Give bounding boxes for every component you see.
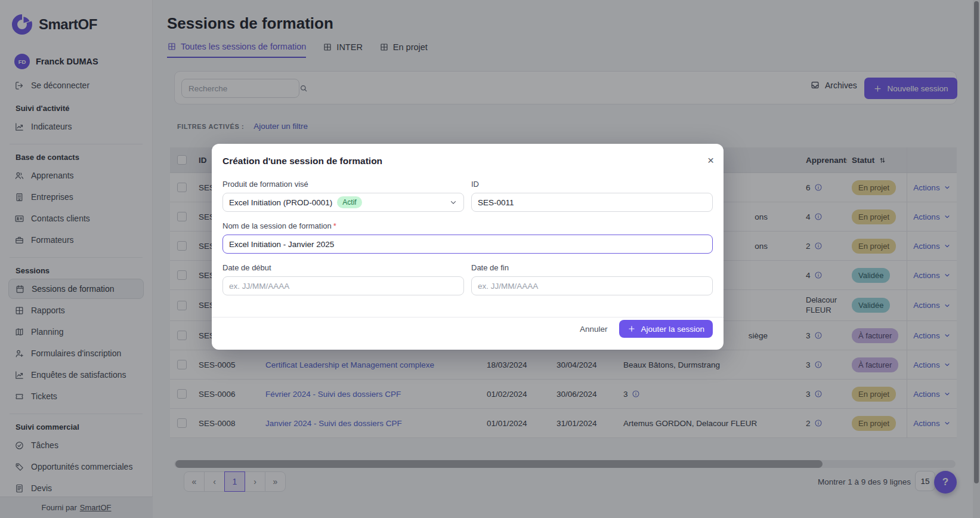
chevron-down-icon — [449, 198, 457, 206]
name-field: Nom de la session de formation* — [222, 221, 713, 254]
name-label: Nom de la session de formation* — [222, 221, 713, 230]
start-date-label: Date de début — [222, 263, 464, 272]
cancel-button[interactable]: Annuler — [580, 325, 608, 334]
modal-title: Création d'une session de formation — [222, 156, 713, 166]
required-asterisk: * — [333, 221, 336, 230]
end-date-field: Date de fin — [471, 263, 713, 295]
product-label: Produit de formation visé — [222, 180, 464, 189]
end-date-label: Date de fin — [471, 263, 713, 272]
start-date-field: Date de début — [222, 263, 464, 295]
create-session-modal: Création d'une session de formation × Pr… — [212, 144, 724, 350]
close-icon[interactable]: × — [707, 155, 714, 166]
product-value: Excel Initiation (PROD-0001) — [229, 198, 332, 207]
end-date-input[interactable] — [471, 276, 713, 295]
id-label: ID — [471, 180, 713, 189]
product-field: Produit de formation visé Excel Initiati… — [222, 180, 464, 212]
product-select[interactable]: Excel Initiation (PROD-0001) Actif — [222, 193, 464, 212]
actif-badge: Actif — [337, 196, 361, 208]
id-field: ID — [471, 180, 713, 212]
add-session-label: Ajouter la session — [641, 325, 704, 334]
modal-divider — [212, 317, 724, 317]
add-session-button[interactable]: Ajouter la session — [619, 320, 713, 338]
session-name-input[interactable] — [222, 235, 713, 254]
session-id-input[interactable] — [471, 193, 713, 212]
start-date-input[interactable] — [222, 276, 464, 295]
plus-icon — [627, 325, 636, 333]
